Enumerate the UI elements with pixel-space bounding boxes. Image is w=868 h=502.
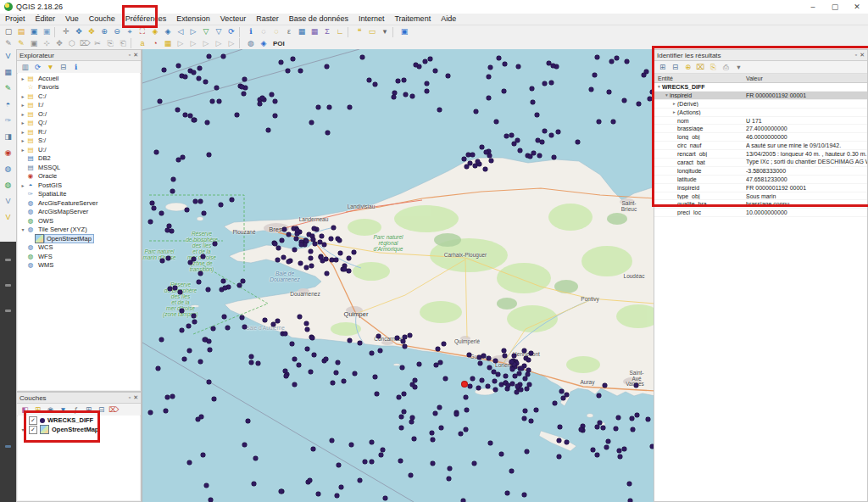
wreck-point[interactable] [399, 415, 403, 419]
wreck-point[interactable] [197, 76, 201, 81]
identify-row-longitude[interactable]: longitude-3.5808333000 [654, 167, 867, 176]
wreck-point[interactable] [170, 189, 175, 193]
wreck-point[interactable] [201, 453, 205, 457]
browser-item-s-[interactable]: ▸▤S:/ [18, 137, 140, 146]
wreck-point[interactable] [263, 318, 267, 322]
wreck-point[interactable] [403, 344, 407, 349]
tree-expander-icon[interactable]: ▸ [19, 75, 26, 81]
wreck-point[interactable] [499, 452, 504, 456]
wreck-point[interactable] [627, 482, 632, 486]
wreck-point[interactable] [271, 322, 275, 326]
wreck-point[interactable] [402, 410, 406, 414]
menu-aide[interactable]: Aide [436, 14, 461, 25]
wreck-point[interactable] [170, 229, 174, 233]
wreck-point[interactable] [203, 337, 207, 342]
tree-expander-icon[interactable]: ▸ [19, 111, 26, 117]
tree-expander-icon[interactable]: ▸ [19, 147, 26, 153]
float-panel-icon[interactable]: ▫ [129, 393, 131, 402]
wreck-point[interactable] [509, 360, 514, 364]
open-layer-styling-icon[interactable]: ◧ [19, 404, 31, 415]
wreck-point[interactable] [160, 259, 164, 263]
wreck-point[interactable] [465, 165, 469, 169]
wreck-point[interactable] [209, 498, 213, 502]
identify-row-qualite-bra[interactable]: qualite_brabrassiage connu [654, 200, 867, 209]
label-move-icon[interactable]: ▷ [200, 38, 212, 49]
expand-tree-icon[interactable]: ⊞ [657, 62, 668, 72]
wreck-point[interactable] [400, 365, 404, 370]
wreck-point[interactable] [589, 87, 593, 92]
browser-item-tile-server-xyz-[interactable]: ▾◍Tile Server (XYZ) [18, 226, 140, 235]
add-wms-layer-icon[interactable]: ◍ [3, 164, 14, 175]
wreck-point[interactable] [309, 256, 313, 260]
deselect-features-icon[interactable]: ◌ [270, 26, 282, 37]
browser-item-mssql[interactable]: ▤MSSQL [18, 163, 140, 172]
wreck-point[interactable] [472, 461, 476, 466]
wreck-point[interactable] [522, 349, 526, 353]
wreck-point[interactable] [276, 246, 281, 250]
wreck-point[interactable] [273, 114, 277, 118]
browser-item-wfs[interactable]: ◍WFS [18, 252, 140, 261]
wreck-point[interactable] [363, 460, 367, 464]
wreck-point[interactable] [515, 384, 520, 388]
add-oracle-layer-icon[interactable]: ◉ [3, 148, 14, 159]
wreck-point[interactable] [504, 374, 508, 378]
save-project-icon[interactable]: ▣ [28, 26, 40, 37]
layer-checkbox[interactable]: ✓ [29, 416, 37, 425]
touch-zoom-pan-icon[interactable]: ✛ [60, 26, 72, 37]
wreck-point[interactable] [311, 447, 315, 451]
wreck-point[interactable] [401, 339, 405, 343]
menu-raster[interactable]: Raster [251, 14, 284, 25]
identify-row-circ-nauf[interactable]: circ_naufA sauté sur une mine le 09/10/1… [654, 142, 867, 150]
wreck-point[interactable] [192, 257, 196, 261]
collapse-tree-icon[interactable]: ⊟ [670, 62, 681, 72]
browser-item-db2[interactable]: ▤DB2 [18, 154, 140, 164]
zoom-to-selection-icon[interactable]: ◈ [149, 26, 161, 37]
wreck-point[interactable] [466, 153, 470, 157]
node-tool-icon[interactable]: ⬡ [66, 38, 78, 49]
wreck-point[interactable] [447, 477, 451, 481]
clear-results-icon[interactable]: ⌧ [695, 62, 706, 72]
wreck-point[interactable] [253, 456, 258, 460]
cut-features-icon[interactable]: ✂ [92, 38, 103, 49]
wreck-point[interactable] [417, 362, 421, 366]
wreck-point[interactable] [348, 338, 352, 343]
label-pin-icon[interactable]: ▷ [175, 38, 186, 49]
filter-browser-icon[interactable]: ▼ [45, 62, 56, 72]
wreck-point[interactable] [158, 99, 162, 103]
wreck-point[interactable] [275, 319, 280, 323]
wreck-point[interactable] [631, 427, 635, 432]
delete-selected-icon[interactable]: ⌦ [79, 38, 91, 49]
float-panel-icon[interactable]: ▫ [855, 51, 857, 59]
wreck-point[interactable] [549, 81, 554, 85]
wreck-point[interactable] [240, 85, 244, 89]
wreck-point[interactable] [207, 339, 211, 343]
wreck-point[interactable] [528, 154, 532, 159]
wreck-point[interactable] [628, 499, 632, 502]
wreck-point[interactable] [425, 89, 429, 93]
identify-row-type-obj[interactable]: type_objSous marin [654, 192, 867, 201]
wreck-point[interactable] [379, 453, 383, 457]
browser-item-arcgismapserver[interactable]: ◍ArcGisMapServer [18, 208, 140, 217]
wreck-point[interactable] [197, 280, 201, 284]
wreck-point[interactable] [534, 408, 538, 412]
identify-row-preci-loc[interactable]: preci_loc10.0000000000 [654, 209, 867, 217]
save-project-as-icon[interactable]: ▣ [41, 26, 53, 37]
wreck-point[interactable] [298, 315, 302, 319]
wreck-point[interactable] [505, 491, 509, 495]
wreck-point[interactable] [430, 431, 434, 435]
wreck-point[interactable] [461, 499, 465, 502]
label-settings-icon[interactable]: ▦ [162, 38, 174, 49]
wreck-point[interactable] [520, 366, 524, 371]
wreck-point[interactable] [188, 114, 192, 118]
manage-themes-icon[interactable]: ◉ [45, 404, 56, 415]
identify-row-caract-bat[interactable]: caract_batType IXc ; sorti du chantier D… [654, 159, 867, 167]
add-raster-layer-icon[interactable]: ▦ [3, 67, 14, 78]
wreck-point[interactable] [522, 416, 526, 421]
wreck-point[interactable] [329, 237, 333, 241]
minimize-button[interactable]: – [802, 1, 824, 14]
wreck-point[interactable] [396, 79, 400, 83]
tree-expander-icon[interactable]: ▸ [19, 129, 26, 135]
wreck-point[interactable] [273, 99, 277, 103]
menu-pr-f-rences[interactable]: Préférences [120, 14, 172, 25]
menu-projet[interactable]: Projet [0, 14, 31, 25]
